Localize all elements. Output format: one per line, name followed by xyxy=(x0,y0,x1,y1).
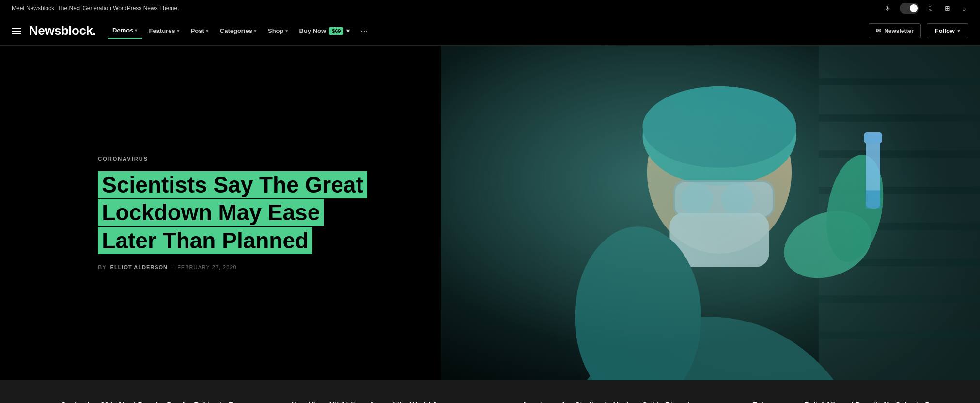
nav-demos[interactable]: Demos ▾ xyxy=(108,23,142,39)
svg-point-24 xyxy=(575,226,701,380)
news-title-1[interactable]: September 26 Is Most Popular Day for Bab… xyxy=(61,400,250,403)
top-bar: Meet Newsblock. The Next Generation Word… xyxy=(0,0,980,16)
bottom-news-section: 1 September 26 Is Most Popular Day for B… xyxy=(0,380,980,403)
chevron-down-icon: ▾ xyxy=(177,28,179,33)
hero-image-placeholder xyxy=(441,46,980,380)
hero-title-line2: Lockdown May Ease xyxy=(98,199,324,226)
news-body-3: Americans Are Starting to Venture Out to… xyxy=(522,400,711,403)
svg-rect-23 xyxy=(866,190,880,208)
hero-by-label: BY xyxy=(98,264,106,270)
svg-rect-21 xyxy=(866,136,880,209)
svg-rect-22 xyxy=(864,132,882,143)
chevron-down-icon: ▾ xyxy=(957,28,960,34)
hero-title-line3: Later Than Planned xyxy=(98,227,312,254)
news-body-1: September 26 Is Most Popular Day for Bab… xyxy=(61,400,250,403)
hero-dot: · xyxy=(171,264,173,270)
news-item-2: 2 How Virus-Hit Airlines Around the Worl… xyxy=(269,400,481,403)
hero-title: Scientists Say The Great Lockdown May Ea… xyxy=(98,171,470,255)
announcement-text: Meet Newsblock. The Next Generation Word… xyxy=(12,5,179,12)
site-logo[interactable]: Newsblock. xyxy=(29,23,96,38)
moon-icon[interactable]: ☾ xyxy=(927,4,935,13)
envelope-icon: ✉ xyxy=(876,27,881,34)
nav-features[interactable]: Features ▾ xyxy=(144,23,184,38)
chevron-down-icon: ▾ xyxy=(254,28,256,33)
svg-rect-2 xyxy=(819,46,980,380)
nav-categories[interactable]: Categories ▾ xyxy=(215,23,261,38)
svg-point-11 xyxy=(548,317,873,381)
hero-author[interactable]: ELLIOT ALDERSON xyxy=(110,264,168,270)
nav-shop[interactable]: Shop ▾ xyxy=(263,23,293,38)
hero-title-line1: Scientists Say The Great xyxy=(98,171,367,198)
news-item-4: 4 Entrepreneurs Relief Allowed Despite N… xyxy=(730,400,941,403)
newsletter-button[interactable]: ✉ Newsletter xyxy=(869,23,921,38)
news-item-1: 1 September 26 Is Most Popular Day for B… xyxy=(39,400,250,403)
chevron-down-icon: ▾ xyxy=(346,27,350,34)
buy-now-button[interactable]: Buy Now $69 ▾ xyxy=(295,23,355,39)
hero-meta: BY ELLIOT ALDERSON · FEBRUARY 27, 2020 xyxy=(98,264,470,270)
price-badge: $69 xyxy=(329,27,343,35)
svg-point-12 xyxy=(647,91,792,254)
hero-category: CORONAVIRUS xyxy=(98,156,470,161)
hero-image xyxy=(441,46,980,380)
chevron-down-icon: ▾ xyxy=(285,28,288,33)
chevron-down-icon: ▾ xyxy=(206,28,208,33)
news-title-2[interactable]: How Virus-Hit Airlines Around the World … xyxy=(292,400,481,403)
theme-toggle[interactable] xyxy=(900,3,919,14)
svg-point-16 xyxy=(681,183,713,216)
svg-point-14 xyxy=(643,86,796,168)
hero-date: FEBRUARY 27, 2020 xyxy=(177,264,236,270)
news-title-3[interactable]: Americans Are Starting to Venture Out to… xyxy=(522,400,711,403)
news-item-3: 3 Americans Are Starting to Venture Out … xyxy=(500,400,711,403)
svg-point-19 xyxy=(775,199,881,290)
hero-section: CORONAVIRUS Scientists Say The Great Loc… xyxy=(0,46,980,380)
svg-rect-0 xyxy=(441,46,980,380)
chevron-down-icon: ▾ xyxy=(135,28,137,33)
svg-rect-1 xyxy=(441,46,980,380)
nav-post[interactable]: Post ▾ xyxy=(186,23,213,38)
news-title-4[interactable]: Entrepreneurs Relief Allowed Despite No … xyxy=(752,400,941,403)
more-options-button[interactable]: ··· xyxy=(357,22,372,40)
svg-rect-18 xyxy=(670,213,769,267)
search-icon[interactable]: ⌕ xyxy=(960,4,968,13)
news-body-4: Entrepreneurs Relief Allowed Despite No … xyxy=(752,400,941,403)
svg-point-17 xyxy=(721,183,754,216)
news-body-2: How Virus-Hit Airlines Around the World … xyxy=(292,400,481,403)
svg-point-13 xyxy=(643,86,796,186)
svg-point-20 xyxy=(819,150,891,267)
follow-button[interactable]: Follow ▾ xyxy=(927,23,968,38)
hamburger-menu[interactable] xyxy=(12,28,21,34)
svg-rect-15 xyxy=(674,181,774,218)
top-bar-icons: ☀ ☾ ⊞ ⌕ xyxy=(883,3,968,14)
hero-content: CORONAVIRUS Scientists Say The Great Loc… xyxy=(0,46,490,380)
header-right: ✉ Newsletter Follow ▾ xyxy=(869,23,968,38)
main-header: Newsblock. Demos ▾ Features ▾ Post ▾ Cat… xyxy=(0,16,980,46)
main-nav: Demos ▾ Features ▾ Post ▾ Categories ▾ S… xyxy=(108,22,869,40)
cart-icon[interactable]: ⊞ xyxy=(943,4,952,13)
sun-icon[interactable]: ☀ xyxy=(883,4,892,13)
